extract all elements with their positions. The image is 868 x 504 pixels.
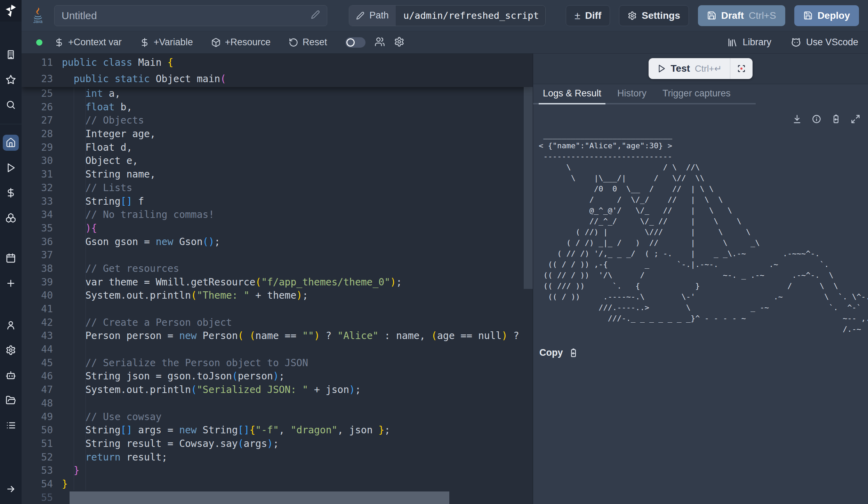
line-number: 49 (22, 410, 53, 424)
sidebar-item-audit-logs[interactable] (3, 417, 19, 433)
assistant-toggle[interactable] (345, 37, 365, 48)
code-line-38[interactable]: 38 // Get resources (22, 262, 533, 276)
diff-label: Diff (585, 10, 602, 21)
line-number: 48 (22, 397, 53, 410)
code-lines[interactable]: 25 int a,26 float b,27 // Objects28 Inte… (22, 87, 533, 504)
sidebar-item-workers[interactable] (3, 367, 19, 383)
calendar-icon (6, 253, 16, 263)
sidebar-item-expand-sidebar[interactable] (3, 481, 19, 497)
code-line-29[interactable]: 29 Float d, (22, 141, 533, 155)
sidebar-item-schedules[interactable] (3, 250, 19, 266)
java-language-icon: Java (31, 8, 45, 24)
code-line-36[interactable]: 36 Gson gson = new Gson(); (22, 235, 533, 249)
sidebar-item-search[interactable] (3, 97, 19, 113)
line-number: 45 (22, 356, 53, 370)
settings-button[interactable]: Settings (619, 5, 689, 26)
code-line-42[interactable]: 42 // Create a Person object (22, 316, 533, 330)
code-line-54[interactable]: 54} (22, 478, 533, 491)
bot-icon (6, 370, 16, 380)
code-line-25[interactable]: 25 int a, (22, 87, 533, 101)
line-content: Person person = new Person( (name == "")… (53, 329, 519, 343)
diff-button[interactable]: ± Diff (566, 5, 610, 26)
line-number: 28 (22, 127, 53, 141)
tab-history[interactable]: History (613, 88, 651, 104)
tab-logs-result[interactable]: Logs & Result (539, 88, 605, 104)
sidebar-item-resources[interactable] (3, 210, 19, 226)
use-vscode-button[interactable]: Use VScode (791, 37, 858, 48)
sidebar-item-create[interactable] (3, 275, 19, 291)
code-line-50[interactable]: 50 String[] args = new String[]{"-f", "d… (22, 424, 533, 437)
code-line-30[interactable]: 30 Object e, (22, 154, 533, 168)
editor-settings-gear-icon[interactable] (394, 37, 404, 48)
code-line-23[interactable]: 23 public static Object main( (22, 71, 533, 87)
line-content (53, 343, 62, 356)
code-line-35[interactable]: 35 ){ (22, 222, 533, 235)
code-line-11[interactable]: 11public class Main { (22, 54, 533, 71)
add-variable-button[interactable]: +Variable (140, 37, 193, 48)
code-line-45[interactable]: 45 // Serialize the Person object to JSO… (22, 356, 533, 370)
edit-title-pencil-icon[interactable] (311, 10, 320, 22)
code-line-27[interactable]: 27 // Objects (22, 114, 533, 127)
add-resource-label: +Resource (225, 37, 271, 48)
code-line-31[interactable]: 31 String name, (22, 168, 533, 181)
sidebar-item-folders[interactable] (3, 392, 19, 408)
sidebar-item-home[interactable] (3, 135, 19, 151)
add-context-var-button[interactable]: +Context var (54, 37, 122, 48)
sidebar-item-variables[interactable] (3, 185, 19, 201)
line-number: 32 (22, 181, 53, 195)
download-icon[interactable] (792, 114, 802, 124)
code-editor[interactable]: 11public class Main {23 public static Ob… (22, 54, 533, 504)
sidebar-item-settings[interactable] (3, 342, 19, 358)
save-icon (803, 11, 813, 20)
sidebar-item-workspace[interactable] (3, 47, 19, 63)
code-line-28[interactable]: 28 Integer age, (22, 127, 533, 141)
code-line-51[interactable]: 51 String result = Cowsay.say(args); (22, 437, 533, 451)
path-control[interactable]: Path u/admin/refreshed_script (349, 5, 546, 26)
code-line-52[interactable]: 52 return result; (22, 451, 533, 464)
copy-result-button[interactable]: Copy (533, 347, 868, 358)
code-line-47[interactable]: 47 System.out.println("Serialized JSON: … (22, 383, 533, 397)
code-line-32[interactable]: 32 // Lists (22, 181, 533, 195)
line-content: ){ (53, 222, 97, 235)
library-label: Library (742, 37, 771, 48)
horizontal-scrollbar[interactable] (70, 491, 449, 504)
code-line-48[interactable]: 48 (22, 397, 533, 410)
deploy-button[interactable]: Deploy (794, 5, 859, 26)
multiplayer-users-icon[interactable] (375, 37, 385, 48)
sidebar-item-favorites[interactable] (3, 72, 19, 88)
code-line-44[interactable]: 44 (22, 343, 533, 356)
code-line-43[interactable]: 43 Person person = new Person( (name == … (22, 329, 533, 343)
code-line-46[interactable]: 46 String json = gson.toJson(person); (22, 370, 533, 383)
line-number: 42 (22, 316, 53, 330)
code-line-33[interactable]: 33 String[] f (22, 195, 533, 208)
windmill-logo[interactable] (0, 0, 22, 22)
line-content: public static Object main( (53, 71, 226, 87)
expand-icon[interactable] (851, 114, 860, 124)
add-resource-button[interactable]: +Resource (211, 37, 271, 48)
info-icon[interactable] (812, 114, 821, 124)
code-line-34[interactable]: 34 // No trailing commas! (22, 208, 533, 222)
sidebar-item-runs[interactable] (3, 160, 19, 176)
capture-button[interactable] (730, 58, 753, 79)
code-line-41[interactable]: 41 (22, 302, 533, 316)
code-line-53[interactable]: 53 } (22, 464, 533, 478)
draft-button[interactable]: Draft Ctrl+S (698, 5, 785, 26)
script-title-input[interactable]: Untitled (54, 5, 327, 26)
vertical-scrollbar[interactable] (524, 87, 533, 289)
code-line-26[interactable]: 26 float b, (22, 101, 533, 114)
test-shortcut: Ctrl+↵ (695, 63, 722, 74)
test-label: Test (671, 63, 690, 74)
test-button[interactable]: Test Ctrl+↵ (649, 63, 730, 74)
code-line-49[interactable]: 49 // Use cowsay (22, 410, 533, 424)
tab-trigger-captures[interactable]: Trigger captures (658, 88, 735, 104)
clipboard-copy-icon[interactable] (831, 114, 841, 124)
reset-button[interactable]: Reset (289, 37, 327, 48)
code-line-39[interactable]: 39 var theme = Wmill.getResource("f/app_… (22, 276, 533, 289)
code-line-37[interactable]: 37 (22, 249, 533, 262)
code-line-40[interactable]: 40 System.out.println("Theme: " + theme)… (22, 289, 533, 302)
sticky-scope-lines[interactable]: 11public class Main {23 public static Ob… (22, 54, 533, 87)
library-button[interactable]: Library (727, 37, 771, 48)
line-content: public class Main { (53, 54, 173, 71)
sidebar-item-account[interactable] (3, 317, 19, 333)
plus-icon (6, 278, 16, 289)
